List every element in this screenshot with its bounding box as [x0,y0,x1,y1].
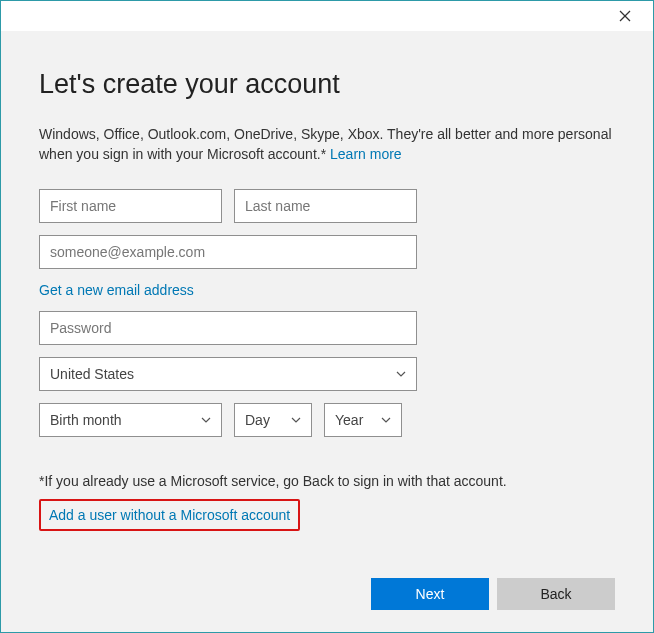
close-button[interactable] [605,2,645,30]
birth-day-value: Day [245,412,270,428]
highlight-annotation: Add a user without a Microsoft account [39,499,300,531]
next-button[interactable]: Next [371,578,489,610]
birth-year-value: Year [335,412,363,428]
first-name-field[interactable]: First name [39,189,222,223]
birth-day-select[interactable]: Day [234,403,312,437]
chevron-down-icon [201,414,211,425]
password-field[interactable]: Password [39,311,417,345]
country-row: United States [39,357,615,391]
titlebar [1,1,653,31]
name-row: First name Last name [39,189,615,223]
chevron-down-icon [396,368,406,379]
learn-more-link[interactable]: Learn more [330,146,402,162]
birth-year-select[interactable]: Year [324,403,402,437]
new-email-link[interactable]: Get a new email address [39,282,194,298]
button-bar: Next Back [371,578,615,610]
no-ms-account-link[interactable]: Add a user without a Microsoft account [49,507,290,523]
country-select[interactable]: United States [39,357,417,391]
footnote-text: *If you already use a Microsoft service,… [39,473,615,489]
birth-month-value: Birth month [50,412,122,428]
chevron-down-icon [381,414,391,425]
page-subtext: Windows, Office, Outlook.com, OneDrive, … [39,124,615,165]
subtext-body: Windows, Office, Outlook.com, OneDrive, … [39,126,612,162]
last-name-field[interactable]: Last name [234,189,417,223]
birth-month-select[interactable]: Birth month [39,403,222,437]
country-value: United States [50,366,134,382]
page-title: Let's create your account [39,69,615,100]
birth-row: Birth month Day Year [39,403,615,437]
dialog-window: Let's create your account Windows, Offic… [0,0,654,633]
email-field[interactable]: someone@example.com [39,235,417,269]
email-row: someone@example.com [39,235,615,269]
close-icon [619,10,631,22]
new-email-row: Get a new email address [39,281,615,299]
dialog-content: Let's create your account Windows, Offic… [1,31,653,632]
password-row: Password [39,311,615,345]
back-button[interactable]: Back [497,578,615,610]
chevron-down-icon [291,414,301,425]
